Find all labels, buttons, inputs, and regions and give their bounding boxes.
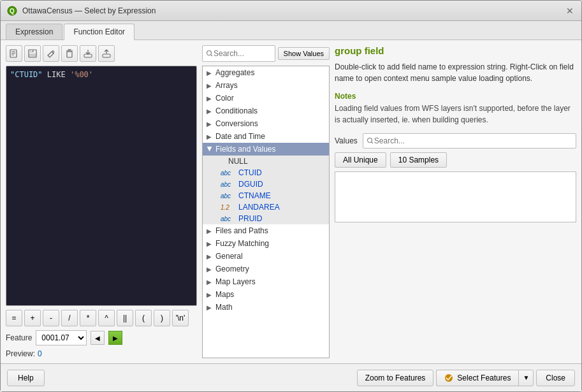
op-close-paren[interactable]: ) xyxy=(154,310,170,326)
tree-item-conditionals[interactable]: ▶ Conditionals xyxy=(203,105,329,117)
tree-item-fields-and-values[interactable]: ▶ Fields and Values xyxy=(203,143,329,156)
values-search-wrap xyxy=(363,133,576,149)
samples-button[interactable]: 10 Samples xyxy=(390,152,447,168)
tree-arrow-aggregates: ▶ xyxy=(207,69,213,76)
svg-line-20 xyxy=(371,142,373,144)
tree-label-general: General xyxy=(215,252,243,261)
select-features-button[interactable]: Select Features xyxy=(436,370,518,386)
tree-item-date-and-time[interactable]: ▶ Date and Time xyxy=(203,130,329,143)
tree-child-null[interactable]: NULL xyxy=(203,156,329,167)
select-features-dropdown[interactable]: ▼ xyxy=(518,370,534,386)
op-minus[interactable]: - xyxy=(43,310,59,326)
op-equals[interactable]: = xyxy=(6,310,22,326)
tree-child-dguid[interactable]: abc DGUID xyxy=(203,178,329,190)
function-tree: ▶ Aggregates ▶ Arrays ▶ Color ▶ Conditio… xyxy=(202,66,330,358)
pruid-type: abc xyxy=(221,215,236,222)
op-concat[interactable]: || xyxy=(117,310,133,326)
save-button[interactable] xyxy=(24,45,41,62)
help-button[interactable]: Help xyxy=(7,370,45,386)
notes-title: Notes xyxy=(335,92,576,101)
tree-label-map-layers: Map Layers xyxy=(215,277,256,286)
feature-select[interactable]: 0001.07 xyxy=(36,330,87,345)
values-row: Values xyxy=(335,133,576,149)
tree-label-geometry: Geometry xyxy=(215,265,249,273)
info-title: group field xyxy=(335,45,576,56)
import-button[interactable] xyxy=(80,45,96,62)
op-multiply[interactable]: * xyxy=(80,310,96,326)
tree-label-arrays: Arrays xyxy=(215,81,238,90)
close-button[interactable]: Close xyxy=(536,370,575,386)
op-newline[interactable]: '\n' xyxy=(172,310,189,326)
tree-item-files-and-paths[interactable]: ▶ Files and Paths xyxy=(203,224,329,237)
values-section: Values All Unique 10 Samples xyxy=(335,133,576,222)
tree-item-conversions[interactable]: ▶ Conversions xyxy=(203,117,329,130)
tree-item-maps[interactable]: ▶ Maps xyxy=(203,288,329,301)
tree-label-conditionals: Conditionals xyxy=(215,106,258,115)
tree-arrow-map-layers: ▶ xyxy=(207,279,213,286)
tree-label-maps: Maps xyxy=(215,290,234,299)
preview-label: Preview: xyxy=(6,349,35,358)
svg-rect-15 xyxy=(103,54,110,57)
dguid-label: DGUID xyxy=(238,180,263,189)
tab-expression[interactable]: Expression xyxy=(6,24,62,40)
tree-arrow-geometry: ▶ xyxy=(207,266,213,273)
tab-function-editor[interactable]: Function Editor xyxy=(64,24,135,40)
next-feature-button[interactable]: ▶ xyxy=(108,331,122,345)
svg-rect-10 xyxy=(67,52,72,57)
tree-arrow-fields-and-values: ▶ xyxy=(207,146,214,152)
op-divide[interactable]: / xyxy=(61,310,78,326)
operator-buttons: = + - / * ^ || ( ) '\n' xyxy=(6,310,197,326)
edit-button[interactable] xyxy=(43,45,59,62)
search-input-wrap xyxy=(202,45,275,62)
tree-label-conversions: Conversions xyxy=(215,119,258,128)
tree-label-math: Math xyxy=(215,303,233,312)
values-label: Values xyxy=(335,136,358,145)
tree-label-files-and-paths: Files and Paths xyxy=(215,226,268,235)
right-panel: group field Double-click to add field na… xyxy=(335,45,576,358)
notes-text: Loading field values from WFS layers isn… xyxy=(335,103,576,126)
preview-row: Preview: 0 xyxy=(6,349,197,358)
tree-child-ctuid[interactable]: abc CTUID xyxy=(203,167,329,178)
window-close-button[interactable]: ✕ xyxy=(565,6,575,16)
ctuid-label: CTUID xyxy=(238,168,262,177)
expression-text: "CTUID" LIKE '%00' xyxy=(10,70,193,79)
bottom-right-buttons: Zoom to Features Select Features ▼ Close xyxy=(357,370,575,386)
dguid-type: abc xyxy=(221,181,236,188)
function-search-input[interactable] xyxy=(214,49,272,58)
op-plus[interactable]: + xyxy=(24,310,41,326)
tree-arrow-conversions: ▶ xyxy=(207,120,213,127)
tree-arrow-color: ▶ xyxy=(207,95,213,102)
show-values-button[interactable]: Show Values xyxy=(278,47,330,60)
tree-item-aggregates[interactable]: ▶ Aggregates xyxy=(203,66,329,79)
expression-area[interactable]: "CTUID" LIKE '%00' xyxy=(6,66,197,306)
tree-item-general[interactable]: ▶ General xyxy=(203,250,329,263)
notes-section: Notes Loading field values from WFS laye… xyxy=(335,92,576,126)
tree-item-fuzzy-matching[interactable]: ▶ Fuzzy Matching xyxy=(203,237,329,250)
tree-arrow-maps: ▶ xyxy=(207,291,213,298)
feature-row: Feature 0001.07 ◀ ▶ xyxy=(6,330,197,345)
tree-item-math[interactable]: ▶ Math xyxy=(203,301,329,314)
zoom-to-features-button[interactable]: Zoom to Features xyxy=(357,370,434,386)
export-button[interactable] xyxy=(98,45,115,62)
prev-feature-button[interactable]: ◀ xyxy=(91,331,105,345)
op-open-paren[interactable]: ( xyxy=(135,310,152,326)
delete-button[interactable] xyxy=(61,45,78,62)
tree-item-map-layers[interactable]: ▶ Map Layers xyxy=(203,275,329,288)
op-caret[interactable]: ^ xyxy=(98,310,115,326)
values-search-input[interactable] xyxy=(374,136,572,145)
tree-arrow-conditionals: ▶ xyxy=(207,108,213,115)
tree-item-geometry[interactable]: ▶ Geometry xyxy=(203,263,329,275)
tree-child-pruid[interactable]: abc PRUID xyxy=(203,213,329,224)
null-label: NULL xyxy=(228,157,248,166)
middle-panel: Show Values ▶ Aggregates ▶ Arrays ▶ Colo… xyxy=(202,45,330,358)
search-row: Show Values xyxy=(202,45,330,62)
new-button[interactable] xyxy=(6,45,22,62)
all-unique-button[interactable]: All Unique xyxy=(335,152,386,168)
tree-item-color[interactable]: ▶ Color xyxy=(203,92,329,105)
tree-child-landarea[interactable]: 1.2 LANDAREA xyxy=(203,201,329,213)
left-panel: "CTUID" LIKE '%00' = + - / * ^ || ( ) '\… xyxy=(6,45,197,358)
tree-arrow-math: ▶ xyxy=(207,304,213,311)
tree-item-arrays[interactable]: ▶ Arrays xyxy=(203,79,329,92)
tree-child-ctname[interactable]: abc CTNAME xyxy=(203,190,329,201)
title-bar-left: Q OttawaCensus — Select by Expression xyxy=(7,6,156,16)
